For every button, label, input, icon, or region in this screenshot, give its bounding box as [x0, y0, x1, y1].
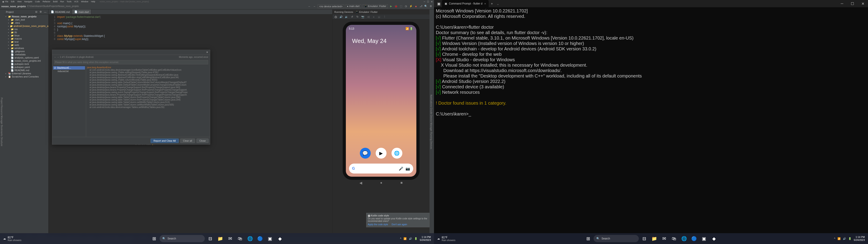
breadcrumb-project[interactable]: nosso_novo_projeto — [1, 5, 26, 8]
mail-icon[interactable]: ✉ — [225, 234, 235, 243]
tree-web[interactable]: web — [14, 43, 19, 46]
tab-readme[interactable]: 📄 README.md — [49, 9, 72, 14]
status-line-sep[interactable]: CRLF — [138, 144, 141, 242]
screenshot-icon[interactable]: 📷 — [361, 15, 365, 19]
edge-icon-r[interactable]: 🌐 — [680, 234, 688, 243]
gear-icon[interactable]: ⚙ — [39, 10, 42, 14]
status-lock-icon[interactable]: 🔒 — [152, 144, 153, 242]
hide-icon[interactable]: — — [43, 10, 47, 14]
start-button-r[interactable]: ⊞ — [584, 234, 593, 243]
menu-file[interactable]: File — [5, 0, 8, 3]
coverage-icon[interactable]: ⬚ — [399, 4, 403, 8]
tree-android[interactable]: android [nosso_novo_projeto_android] — [13, 25, 49, 27]
tray-chevron-icon-r[interactable]: ^ — [834, 237, 835, 240]
device-select[interactable]: <no device selected> — [318, 4, 344, 8]
project-panel-title[interactable]: Project — [6, 11, 13, 13]
taskbar-clock[interactable]: 1:14 PM 5/24/2023 — [420, 236, 431, 242]
right-tool-stripe[interactable]: Notifications Gradle Device Manager Runn… — [430, 9, 434, 235]
status-caret-pos[interactable]: 1:1 — [135, 144, 137, 242]
status-indent[interactable]: 2 spaces — [146, 144, 151, 242]
tree-pubspec[interactable]: pubspec.yaml — [14, 66, 30, 68]
emulator-select[interactable]: 📱 Emulator: Flutter — [363, 4, 388, 8]
terminal-icon-r[interactable]: ▣ — [700, 234, 708, 243]
apply-code-style-link[interactable]: Apply the code style — [368, 223, 388, 226]
tree-iml[interactable]: nosso_novo_projeto.iml — [14, 59, 41, 62]
mic-icon[interactable]: 🎤 — [399, 166, 403, 171]
tree-windows[interactable]: windows — [14, 47, 24, 50]
android-studio-icon-r[interactable]: ◆ — [709, 234, 718, 243]
weather-widget[interactable]: ☁ 81°F Rain showers — [0, 236, 25, 242]
back-icon[interactable]: ← — [308, 4, 311, 8]
error-description-input[interactable] — [54, 60, 208, 64]
maximize-button[interactable]: ☐ — [427, 0, 429, 3]
emulator-screen[interactable]: 5:13 📶 🔋 Wed, May 24 💬 ▶ 🌐 G 🎤 — [346, 25, 416, 177]
report-clear-button[interactable]: Report and Clear All — [151, 139, 179, 143]
start-button[interactable]: ⊞ — [150, 234, 159, 243]
nav-recents-icon[interactable]: ■ — [401, 181, 403, 185]
back-nav-icon[interactable]: ◁ — [366, 15, 370, 19]
tree-test[interactable]: test — [14, 40, 19, 43]
tree-metadata[interactable]: .metadata — [14, 53, 26, 56]
hot-reload-icon[interactable]: ⚡ — [409, 4, 413, 8]
menu-navigate[interactable]: Navigate — [24, 0, 32, 3]
volume-down-icon[interactable]: 🔉 — [345, 15, 348, 19]
menu-run[interactable]: Run — [60, 0, 64, 3]
tree-gitignore[interactable]: .gitignore — [14, 50, 25, 53]
task-view-icon[interactable]: ⊟ — [206, 234, 215, 243]
tray-chevron-icon[interactable]: ^ — [400, 237, 401, 240]
debug-icon[interactable]: 🐞 — [394, 4, 398, 8]
explorer-icon[interactable]: 📁 — [216, 234, 225, 243]
running-devices-label[interactable]: Running Devices — [334, 11, 353, 13]
run-icon[interactable]: ▶ — [389, 4, 393, 8]
cmd-minimize-button[interactable]: ─ — [837, 2, 847, 6]
menu-tools[interactable]: Tools — [67, 0, 71, 3]
store-icon-r[interactable]: 🛍 — [670, 234, 679, 243]
tree-lock[interactable]: pubspec.lock — [14, 63, 29, 65]
messages-icon[interactable]: 💬 — [360, 148, 371, 159]
tray-wifi-icon[interactable]: 📶 — [403, 237, 407, 240]
tree-ext-lib[interactable]: External Libraries — [12, 72, 31, 75]
new-tab-button[interactable]: + — [489, 2, 495, 5]
forward-icon[interactable]: → — [313, 4, 316, 8]
menu-edit[interactable]: Edit — [11, 0, 15, 3]
volume-up-icon[interactable]: 🔊 — [339, 15, 343, 19]
error-stacktrace[interactable]: java.lang.AssertionError at com.android.… — [86, 65, 210, 137]
menu-refactor[interactable]: Refactor — [42, 0, 50, 3]
nav-home-icon[interactable]: ● — [380, 181, 382, 185]
play-store-icon[interactable]: ▶ — [376, 148, 386, 159]
tray-volume-icon[interactable]: 🔊 — [409, 237, 412, 240]
minimize-button[interactable]: ─ — [424, 0, 425, 3]
dont-ask-again-link[interactable]: Don't ask again — [392, 223, 407, 226]
nav-back-icon[interactable]: ◀ — [360, 181, 362, 185]
status-encoding[interactable]: UTF-8 — [142, 144, 145, 242]
taskbar-search-r[interactable]: 🔍 Search — [594, 235, 639, 242]
taskbar-search[interactable]: 🔍 Search — [160, 235, 205, 242]
close-button[interactable]: ✕ — [431, 0, 433, 3]
profile-icon[interactable]: ◷ — [404, 4, 408, 8]
clear-all-button[interactable]: Clear all — [180, 139, 195, 143]
status-error-icon[interactable]: ⦸ — [154, 144, 155, 242]
run-config-select[interactable]: ▸ main.dart — [346, 4, 361, 8]
rotate-right-icon[interactable]: ↻ — [355, 15, 359, 19]
cmd-close-button[interactable]: ✕ — [858, 2, 868, 6]
tree-lib[interactable]: lib — [14, 31, 17, 34]
error-item-induced[interactable]: induced.txt — [53, 69, 85, 73]
menu-vcs[interactable]: VCS — [74, 0, 79, 3]
google-search-bar[interactable]: G 🎤 📷 — [349, 163, 413, 174]
overview-nav-icon[interactable]: □ — [377, 15, 381, 19]
mail-icon-r[interactable]: ✉ — [659, 234, 669, 243]
tree-scratches[interactable]: Scratches and Consoles — [12, 75, 39, 78]
edge-icon[interactable]: 🌐 — [246, 234, 254, 243]
terminal-output[interactable]: Microsoft Windows [Version 10.0.22621.17… — [434, 7, 868, 233]
tray-wifi-icon-r[interactable]: 📶 — [837, 237, 841, 240]
tree-readme[interactable]: README.md — [14, 69, 29, 72]
emulator-tab[interactable]: 📱 Emulator: Flutter — [355, 11, 377, 13]
tree-dart-tool[interactable]: .dart_tool — [14, 18, 25, 21]
tray-volume-icon-r[interactable]: 🔊 — [843, 237, 846, 240]
tray-battery-icon-r[interactable]: 🔋 — [848, 237, 851, 240]
error-item-stacktrace[interactable]: ☑ StacktraceE... — [53, 66, 85, 69]
project-tree[interactable]: ▾📁Nosso_novo_projeto ▸📁.dart_tool ▸📁.ide… — [4, 14, 49, 79]
more-icon[interactable]: ⋮ — [383, 15, 386, 19]
tree-analysis[interactable]: analysis_options.yaml — [14, 56, 39, 59]
rotate-left-icon[interactable]: ↺ — [350, 15, 354, 19]
